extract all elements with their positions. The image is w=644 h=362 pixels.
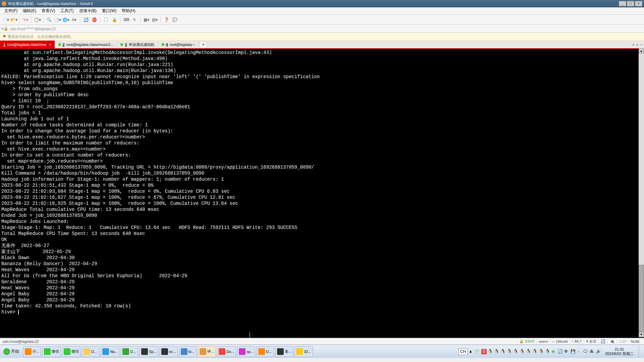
tray-shield-icon[interactable]: 🛡 (475, 349, 480, 354)
edit-icon[interactable]: ✎ (131, 16, 138, 23)
app-icon (25, 348, 32, 355)
copy-paste-icon[interactable]: 📑▾ (54, 16, 61, 23)
tray-disk-icon[interactable]: 💾 (571, 349, 576, 354)
tab-list-icon[interactable]: ▾ (640, 42, 642, 47)
lock-icon[interactable]: 🔒 (111, 16, 118, 23)
tray-app-icon[interactable]: ◉ (551, 349, 557, 354)
fullscreen-icon[interactable]: ⛶ (102, 16, 110, 23)
menu-tabs[interactable]: 选项卡(B) (76, 8, 99, 14)
taskbar-app-button[interactable]: 32... (294, 346, 313, 357)
app-icon (161, 348, 168, 355)
tray-qq-icon[interactable]: 🐧 (494, 349, 499, 354)
tray-volume-icon[interactable]: 🔊 (596, 349, 601, 354)
help-icon[interactable]: ❓ (163, 16, 170, 23)
taskbar-app-button[interactable]: Do... (217, 346, 236, 357)
separator (140, 16, 141, 23)
terminal[interactable]: at sun.reflect.DelegatingMethodAccessorI… (0, 49, 644, 338)
task-label: bi... (189, 350, 195, 354)
reconnect-icon[interactable]: ✎▾ (22, 16, 29, 23)
tray-up-icon[interactable]: ▲ (469, 349, 474, 354)
feedback-icon[interactable]: 💬 (171, 16, 178, 23)
start-button[interactable]: 开始 (0, 345, 22, 358)
clock[interactable]: 21:31 2023/8/22 星期二 (602, 347, 636, 356)
new-session-icon[interactable]: 📄▾ (2, 16, 9, 23)
task-label: D... (91, 350, 97, 354)
maximize-button[interactable]: □ (627, 1, 634, 6)
menu-help[interactable]: 帮助(H) (119, 8, 138, 14)
scroll-down-icon[interactable]: ▼ (639, 332, 644, 337)
flag-icon[interactable]: ⚑ (3, 35, 6, 39)
taskbar-app-button[interactable]: 毕... (198, 346, 216, 357)
session-tab-4[interactable]: 4 root@bigdata:~ (158, 41, 199, 49)
menu-view[interactable]: 查看(V) (39, 8, 58, 14)
tray-qq-icon[interactable]: 🐧 (532, 349, 538, 354)
taskbar-app-button[interactable]: D... (82, 346, 99, 357)
tray-network-icon[interactable]: 🖧 (590, 349, 595, 354)
copy-icon[interactable]: 📋▾ (34, 16, 41, 23)
tipbar: ⚑ 要添加当前会话，点击左侧的箭头按钮。 (0, 33, 644, 41)
app-icon (258, 348, 265, 355)
tray-qq-icon[interactable]: 🐧 (526, 349, 531, 354)
taskbar-app-button[interactable]: 微信 (42, 346, 61, 357)
layout-icon[interactable]: ▦▾ (143, 16, 150, 23)
toolbar: 📄▾ 📂▾ ✎▾ 📋▾ 🔍 📑▾ 🌐▾ A▾ 🔄 ⛔ ⛶ 🔒 ⌨ ✎ ▦▾ ▤▾… (0, 15, 644, 25)
tray-qq-icon[interactable]: 🐧 (488, 349, 493, 354)
menu-window[interactable]: 窗口(W) (99, 8, 119, 14)
taskbar-app-button[interactable]: 计... (23, 346, 41, 357)
show-desktop-button[interactable] (639, 346, 641, 358)
stop-icon[interactable]: ⛔ (91, 16, 98, 23)
menu-edit[interactable]: 编辑(E) (20, 8, 39, 14)
tab-close-icon[interactable]: × (49, 43, 51, 47)
tray-qq-icon[interactable]: 🐧 (500, 349, 506, 354)
status-dot-icon (120, 43, 123, 46)
tray-tool-icon[interactable]: ⚙ (564, 349, 570, 354)
task-label: D... (266, 350, 272, 354)
taskbar-app-button[interactable]: Na... (101, 346, 119, 357)
system-tray: CH ▲ 🛡 S 🐧 🐧 🐧 🐧 🐧 🐧 🐧 🐧 🐧 🐧 ◉ 🔄 ⚙ 💾 ♪ 🖵… (456, 346, 644, 358)
taskbar-app-button[interactable]: 微信 (62, 346, 80, 357)
session-tab-1[interactable]: 1 root@bigdata:/data/hive × (0, 41, 55, 49)
taskbar-app-button[interactable]: Sp... (140, 346, 158, 357)
layout2-icon[interactable]: ▤▾ (151, 16, 158, 23)
keyboard-icon[interactable]: ⌨ (122, 16, 130, 23)
task-label: Sp... (149, 350, 157, 354)
taskbar-app-button[interactable]: sp... (237, 346, 255, 357)
taskbar-app-button[interactable]: ec... (160, 346, 178, 357)
session-tab-2[interactable]: 2 root@bigdata:/data/music2... (55, 41, 117, 49)
open-session-icon[interactable]: 📂▾ (10, 16, 17, 23)
scrollbar-thumb[interactable] (639, 265, 644, 332)
tab-prev-icon[interactable]: ◄ (631, 42, 635, 47)
status-net-icon: 🔌 (607, 339, 616, 344)
tray-music-icon[interactable]: ♪ (577, 349, 582, 354)
taskbar-app-button[interactable]: 老... (275, 346, 293, 357)
status-pos: ⁞ 44,7 (570, 339, 584, 344)
menu-file[interactable]: 文件(F) (2, 8, 20, 14)
window-titlebar: 毕设测试虚拟机 - root@bigdata:/data/hive - Xshe… (0, 0, 644, 7)
minimize-button[interactable]: _ (619, 1, 626, 6)
scroll-up-icon[interactable]: ▲ (639, 48, 644, 54)
session-tab-3[interactable]: 3 毕设测试虚拟机 (117, 41, 158, 49)
tray-qq-icon[interactable]: 🐧 (520, 349, 525, 354)
status-dot-icon (162, 43, 164, 46)
tray-refresh-icon[interactable]: 🔄 (558, 349, 563, 354)
tray-qq-icon[interactable]: 🐧 (507, 349, 512, 354)
taskbar-app-button[interactable]: D... (121, 346, 138, 357)
tray-qq-icon[interactable]: 🐧 (539, 349, 544, 354)
tray-ime-icon[interactable]: S (481, 349, 487, 354)
add-tab-button[interactable]: + (200, 41, 207, 48)
search-icon[interactable]: 🔍 (45, 16, 53, 23)
tray-monitor-icon[interactable]: 🖵 (583, 349, 589, 354)
address-text[interactable]: ssh://root:******@bigdata:22 (10, 27, 56, 31)
globe-icon[interactable]: 🌐▾ (62, 16, 69, 23)
tray-qq-icon[interactable]: 🐧 (545, 349, 550, 354)
refresh-icon[interactable]: 🔄 (82, 16, 90, 23)
tab-next-icon[interactable]: ► (636, 42, 640, 47)
menu-tools[interactable]: 工具(T) (58, 8, 76, 14)
taskbar-app-button[interactable]: bi... (179, 346, 197, 357)
close-button[interactable]: × (635, 1, 642, 6)
font-icon[interactable]: A▾ (70, 16, 78, 23)
taskbar-app-button[interactable]: D... (257, 346, 274, 357)
tray-qq-icon[interactable]: 🐧 (513, 349, 519, 354)
scrollbar-vertical[interactable]: ▲ ▼ (639, 48, 644, 337)
lang-indicator[interactable]: CH (459, 348, 468, 355)
